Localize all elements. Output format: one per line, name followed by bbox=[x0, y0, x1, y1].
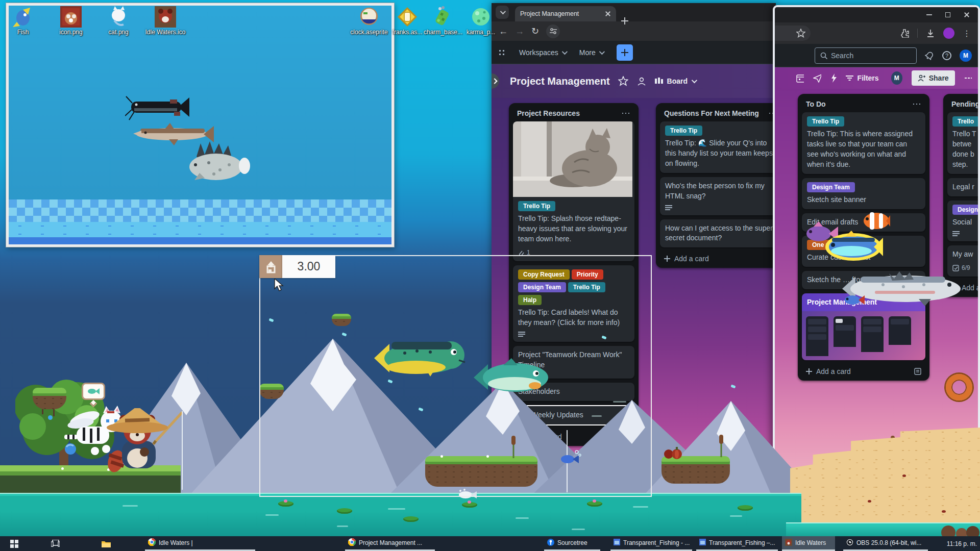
fish-file-icon bbox=[12, 6, 34, 28]
minimize-icon[interactable] bbox=[926, 14, 932, 15]
help-icon[interactable] bbox=[942, 51, 951, 60]
maximize-icon[interactable] bbox=[945, 12, 950, 17]
board-view-icon bbox=[655, 78, 663, 85]
create-button[interactable] bbox=[617, 44, 633, 61]
task-view-button[interactable] bbox=[45, 536, 65, 551]
taskbar-app-obs[interactable]: OBS 25.0.8 (64-bit, wi... bbox=[843, 536, 928, 551]
desktop-icon-clock[interactable]: clock.aseprite bbox=[348, 6, 390, 36]
taskbar-clock[interactable]: 11:16 p. m. bbox=[947, 536, 977, 551]
desktop-icon-charm[interactable]: charm_base... bbox=[422, 6, 464, 36]
card-sketch-banner[interactable]: Design Team Sketch site banner bbox=[802, 178, 925, 209]
card-html-snag[interactable]: Who's the best person to fix my HTML sna… bbox=[660, 177, 776, 215]
tab-project-management[interactable]: Project Management bbox=[515, 6, 616, 21]
card-template-icon[interactable] bbox=[914, 368, 921, 375]
label-trello-tip[interactable]: Trello Tip bbox=[665, 126, 702, 136]
card-social[interactable]: Design Social bbox=[947, 201, 980, 241]
board-view-switcher[interactable]: Board bbox=[655, 77, 696, 85]
members-icon[interactable] bbox=[636, 77, 647, 86]
fishing-game-window[interactable] bbox=[6, 3, 394, 247]
forward-button[interactable]: → bbox=[515, 27, 524, 36]
label-trello-tip[interactable]: Trello Tip bbox=[807, 116, 844, 127]
more-label: More bbox=[579, 48, 596, 57]
card-my-awesome[interactable]: My aw 6/9 bbox=[947, 245, 980, 277]
desktop-icon-fish[interactable]: Fish bbox=[2, 6, 44, 36]
card-line: done b bbox=[952, 149, 980, 160]
filters-button[interactable]: Filters bbox=[846, 74, 879, 82]
site-settings-icon[interactable] bbox=[546, 24, 560, 38]
card-sketch-front[interactable]: Sketch the … front bbox=[802, 271, 925, 289]
extensions-puzzle-icon[interactable] bbox=[900, 29, 909, 38]
mouse-cursor bbox=[274, 279, 285, 292]
rocks bbox=[940, 519, 980, 537]
pixel-clock-icon bbox=[358, 6, 380, 28]
label-design[interactable]: Design bbox=[952, 205, 980, 215]
card-project-management-board[interactable]: Project Management bbox=[802, 293, 925, 361]
board-header: Project Management Board bbox=[492, 64, 776, 98]
board-menu-icon[interactable] bbox=[964, 77, 972, 79]
label-trello-tip[interactable]: Trello Tip bbox=[518, 201, 555, 211]
workspaces-menu[interactable]: Workspaces bbox=[519, 48, 566, 57]
close-icon[interactable] bbox=[964, 12, 970, 18]
taskbar-label: OBS 25.0.8 (64-bit, wi... bbox=[856, 539, 921, 546]
profile-avatar[interactable] bbox=[943, 28, 954, 39]
list-questions: Questions For Next Meeting Trello Tip Tr… bbox=[656, 103, 776, 268]
calendar-icon[interactable] bbox=[796, 73, 804, 83]
card-title: Trello Tip: 🌊 Slide your Q's into this h… bbox=[665, 138, 776, 169]
water-tiles-base bbox=[9, 237, 391, 244]
taskbar-app-transparent-fishing-2[interactable]: Transparent_Fishing –... bbox=[696, 536, 778, 551]
card-trello-tip-splash[interactable]: Trello Tip Trello Tip: Splash those redt… bbox=[513, 121, 634, 261]
add-card-button[interactable]: Add a card bbox=[660, 252, 776, 264]
download-icon[interactable] bbox=[926, 29, 935, 38]
taskbar-app-sourcetree[interactable]: Sourcetree bbox=[544, 536, 600, 551]
reload-button[interactable]: ↻ bbox=[531, 27, 539, 36]
taskbar-app-idle-waters[interactable]: Idle Waters bbox=[782, 536, 835, 551]
tab-strip: Project Management bbox=[492, 3, 776, 21]
card-trello-tip-slide[interactable]: Trello Tip Trello Tip: 🌊 Slide your Q's … bbox=[660, 121, 776, 173]
apps-grid-icon[interactable] bbox=[498, 48, 506, 57]
filters-label: Filters bbox=[857, 74, 879, 82]
card-pending-tip[interactable]: Trello Trello T betwe done b step. bbox=[947, 112, 980, 174]
board-member-avatar[interactable]: M bbox=[891, 71, 902, 85]
search-box[interactable] bbox=[815, 47, 917, 64]
browser-menu-icon[interactable]: ⋮ bbox=[963, 29, 971, 38]
search-input[interactable] bbox=[831, 52, 902, 60]
taskbar-app-transparent-fishing-1[interactable]: Transparent_Fishing - ... bbox=[610, 536, 692, 551]
send-plane-icon[interactable] bbox=[813, 73, 821, 83]
desktop-icon-idlewaters[interactable]: Idle Waters.ico bbox=[144, 6, 187, 36]
card-trello-tip-assigned[interactable]: Trello Tip Trello Tip: This is where ass… bbox=[802, 112, 925, 174]
desktop-icon-karma[interactable]: karma_p... bbox=[459, 6, 502, 36]
ground bbox=[0, 465, 181, 496]
member-avatar[interactable]: M bbox=[960, 49, 972, 62]
more-menu[interactable]: More bbox=[579, 48, 603, 57]
label-trello[interactable]: Trello bbox=[952, 116, 979, 127]
start-button[interactable] bbox=[4, 536, 24, 551]
bookmark-star-icon[interactable] bbox=[796, 29, 805, 38]
list-menu-icon[interactable] bbox=[912, 103, 921, 105]
card-secret-document[interactable]: How can I get access to the super secret… bbox=[660, 219, 776, 248]
sidebar-expand-button[interactable] bbox=[492, 73, 499, 89]
list-menu-icon[interactable] bbox=[621, 112, 630, 114]
label-one-more-step[interactable]: One more step bbox=[807, 240, 860, 250]
browser-window-trello-2: ⋮ M Filters M Share To Do bbox=[773, 5, 980, 496]
card-email[interactable]: Edit email drafts bbox=[802, 213, 925, 232]
tab-close-icon[interactable] bbox=[605, 11, 611, 17]
card-title: Trello Tip: This is where assigned tasks… bbox=[807, 129, 920, 170]
share-label: Share bbox=[929, 74, 949, 82]
taskbar-app-project-management[interactable]: Project Management ... bbox=[345, 536, 435, 551]
notifications-bell-icon[interactable] bbox=[923, 49, 936, 62]
add-card-button[interactable]: Add a card bbox=[802, 364, 925, 377]
star-icon[interactable] bbox=[618, 76, 628, 86]
share-button[interactable]: Share bbox=[912, 70, 955, 86]
taskbar-app-idle-waters-tab[interactable]: Idle Waters | bbox=[145, 536, 255, 551]
card-legal[interactable]: Legal r bbox=[947, 178, 980, 196]
desktop-icon-catpng[interactable]: cat.png bbox=[97, 6, 140, 36]
blue-flower bbox=[48, 415, 53, 420]
add-card-button[interactable]: Add a card bbox=[947, 281, 980, 293]
card-curate-customers[interactable]: One more step Curate customer list bbox=[802, 236, 925, 267]
file-explorer-button[interactable] bbox=[95, 536, 117, 551]
desktop-icon-iconpng[interactable]: icon.png bbox=[50, 6, 92, 36]
label-design-team[interactable]: Design Team bbox=[807, 182, 855, 192]
lightning-icon[interactable] bbox=[830, 73, 837, 83]
card-title: Sketch the … front bbox=[807, 275, 920, 285]
sand-critter bbox=[942, 510, 946, 513]
